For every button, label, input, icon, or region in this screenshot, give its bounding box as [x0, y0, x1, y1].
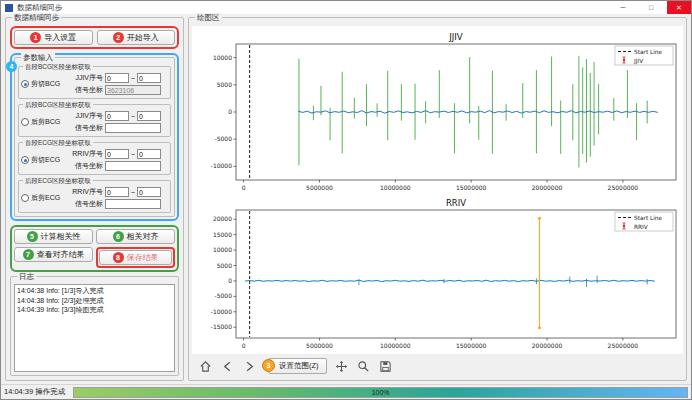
signal-coord-input	[105, 85, 161, 95]
view-align-result-label: 查看对齐结果	[37, 249, 85, 260]
zoom-button[interactable]	[356, 359, 371, 374]
radio-button[interactable]	[21, 118, 29, 126]
import-annotation-box: 1 导入设置 2 开始导入	[10, 26, 179, 49]
main-area: 数据精细同步 1 导入设置 2 开始导入 4 参数输入 首段BCG区段坐标获取	[1, 14, 691, 384]
signal-coord-input[interactable]	[105, 161, 161, 171]
compute-correlation-label: 计算相关性	[41, 231, 81, 242]
svg-text:-5000: -5000	[215, 135, 233, 142]
jjiv-to-input[interactable]	[137, 111, 161, 121]
svg-text:0: 0	[242, 184, 246, 191]
jjiv-from-input[interactable]	[105, 111, 129, 121]
svg-text:20000000: 20000000	[532, 184, 563, 191]
plot-toolbar: 3 设置范围(Z)	[192, 354, 683, 374]
svg-text:10000: 10000	[213, 246, 232, 253]
save-result-label: 保存结果	[127, 252, 159, 263]
svg-text:25000000: 25000000	[608, 342, 639, 349]
radio-label: 后剪ECG	[31, 193, 60, 203]
pan-button[interactable]	[334, 359, 349, 374]
radio-label: 剪切BCG	[31, 79, 60, 89]
cut-ecg-radio[interactable]: 剪切ECG	[21, 155, 67, 165]
view-align-result-button[interactable]: 7 查看对齐结果	[14, 247, 93, 262]
svg-text:-5000: -5000	[215, 292, 233, 299]
svg-text:-15000: -15000	[211, 323, 232, 330]
close-button[interactable]: ✕	[667, 1, 691, 14]
svg-text:0: 0	[228, 277, 232, 284]
subgroup-title: 首段ECG区段坐标获取	[23, 138, 93, 147]
radio-button[interactable]	[21, 156, 29, 164]
step-5-badge: 5	[27, 231, 38, 242]
start-import-label: 开始导入	[127, 32, 159, 43]
log-line: 14:04:39 Info: [3/3]绘图完成	[17, 305, 172, 315]
signal-coord-input[interactable]	[105, 123, 161, 133]
coord-label: 信号坐标	[67, 199, 103, 209]
tail-ecg-radio[interactable]: 后剪ECG	[21, 193, 67, 203]
maximize-button[interactable]: □	[639, 1, 663, 14]
back-button[interactable]	[220, 359, 235, 374]
svg-text:20000: 20000	[213, 215, 232, 222]
seq-label: JJIV序号	[67, 73, 103, 83]
step-7-badge: 7	[23, 249, 34, 260]
svg-text:5000: 5000	[217, 81, 232, 88]
save-icon	[379, 360, 392, 373]
step-3-badge: 3	[262, 359, 275, 372]
svg-text:JJIV: JJIV	[633, 58, 643, 65]
rriv-from-input[interactable]	[105, 187, 129, 197]
import-settings-button[interactable]: 1 导入设置	[14, 30, 93, 45]
svg-text:RRIV: RRIV	[634, 224, 648, 230]
compute-correlation-button[interactable]: 5 计算相关性	[14, 229, 93, 244]
range-separator: ~	[131, 189, 135, 196]
forward-button[interactable]	[242, 359, 257, 374]
rriv-chart[interactable]: RRIV050000001000000015000000200000002500…	[192, 195, 684, 353]
home-button[interactable]	[198, 359, 213, 374]
title-bar: 数据精细同步 ─ □ ✕	[1, 1, 691, 14]
rriv-to-input[interactable]	[137, 187, 161, 197]
plot-panel-title: 绘图区	[195, 13, 222, 22]
svg-text:10000: 10000	[213, 54, 232, 61]
jjiv-chart[interactable]: JJIV050000001000000015000000200000002500…	[192, 29, 684, 195]
cut-bcg-radio[interactable]: 剪切BCG	[21, 79, 67, 89]
figure-canvas[interactable]: JJIV050000001000000015000000200000002500…	[192, 26, 683, 354]
svg-text:RRIV: RRIV	[446, 198, 466, 208]
status-message: 14:04:39 操作完成	[4, 387, 65, 397]
minimize-button[interactable]: ─	[611, 1, 635, 14]
rriv-from-input[interactable]	[105, 149, 129, 159]
zoom-icon	[357, 360, 370, 373]
rriv-to-input[interactable]	[137, 149, 161, 159]
back-arrow-icon	[221, 360, 234, 373]
param-subgroup-bcg-tail: 后段BCG区段坐标获取 后剪BCG JJIV序号 ~	[18, 104, 171, 137]
svg-text:0: 0	[228, 108, 232, 115]
param-annotation-box: 4 参数输入 首段BCG区段坐标获取 剪切BCG JJIV序号	[10, 53, 179, 221]
log-list[interactable]: 14:04:38 Info: [1/3]导入完成 14:04:38 Info: …	[14, 284, 175, 372]
radio-button[interactable]	[21, 80, 29, 88]
svg-text:5000000: 5000000	[306, 184, 333, 191]
jjiv-from-input[interactable]	[105, 73, 129, 83]
window-title: 数据精细同步	[17, 3, 607, 13]
signal-coord-input[interactable]	[105, 199, 161, 209]
svg-text:15000: 15000	[213, 231, 232, 238]
param-group: 参数输入 首段BCG区段坐标获取 剪切BCG JJIV序号	[14, 57, 175, 217]
progress-bar: 100%	[73, 387, 688, 398]
svg-text:10000000: 10000000	[380, 184, 411, 191]
tail-bcg-radio[interactable]: 后剪BCG	[21, 117, 67, 127]
correlation-align-button[interactable]: 6 相关对齐	[96, 229, 175, 244]
svg-text:10000000: 10000000	[380, 342, 411, 349]
param-subgroup-bcg-head: 首段BCG区段坐标获取 剪切BCG JJIV序号 ~	[18, 66, 171, 99]
plot-panel: 绘图区 JJIV05000000100000001500000020000000…	[188, 17, 687, 381]
radio-button[interactable]	[21, 194, 29, 202]
step-1-badge: 1	[30, 32, 41, 43]
svg-text:15000000: 15000000	[456, 342, 487, 349]
pan-icon	[335, 360, 348, 373]
control-panel-title: 数据精细同步	[12, 13, 61, 22]
progress-label: 100%	[372, 389, 390, 396]
seq-label: JJIV序号	[67, 111, 103, 121]
svg-text:0: 0	[242, 342, 246, 349]
status-bar: 14:04:39 操作完成 100%	[1, 384, 691, 399]
save-figure-button[interactable]	[378, 359, 393, 374]
svg-text:5000000: 5000000	[306, 342, 333, 349]
save-result-button[interactable]: 8 保存结果	[99, 250, 172, 265]
set-range-button[interactable]: 设置范围(Z)	[268, 358, 327, 374]
jjiv-to-input[interactable]	[137, 73, 161, 83]
log-line: 14:04:38 Info: [2/3]处理完成	[17, 296, 172, 306]
start-import-button[interactable]: 2 开始导入	[97, 30, 176, 45]
step-2-badge: 2	[113, 32, 124, 43]
